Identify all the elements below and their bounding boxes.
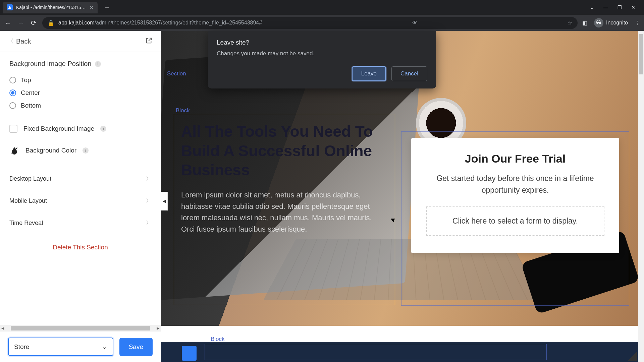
time-reveal-row[interactable]: Time Reveal 〉: [9, 212, 151, 234]
reload-icon[interactable]: ⟳: [30, 19, 38, 27]
tab-title: Kajabi - /admin/themes/215315…: [16, 5, 86, 10]
mobile-layout-label: Mobile Layout: [9, 197, 47, 204]
preview-vertical-scrollbar[interactable]: [638, 31, 644, 362]
dialog-title: Leave site?: [217, 39, 427, 46]
radio-bottom-label: Bottom: [21, 102, 41, 109]
hero-text-block[interactable]: All The Tools You Need To Build A Succes…: [181, 122, 382, 235]
new-tab-button[interactable]: ＋: [104, 3, 110, 12]
leave-site-dialog: Leave site? Changes you made may not be …: [208, 31, 436, 88]
form-card-title: Join Our Free Trial: [426, 152, 604, 165]
radio-center-label: Center: [21, 89, 40, 97]
block-tag-left[interactable]: Block: [176, 107, 190, 114]
save-button[interactable]: Save: [119, 338, 153, 356]
mobile-layout-row[interactable]: Mobile Layout 〉: [9, 190, 151, 212]
tab-search-icon[interactable]: ⌄: [590, 5, 594, 10]
scroll-right-icon[interactable]: ▶: [155, 326, 161, 330]
footer-block-outline[interactable]: [205, 344, 547, 360]
no-color-icon: [9, 145, 19, 156]
scroll-left-icon[interactable]: ◀: [0, 326, 5, 330]
back-label: Back: [16, 38, 31, 45]
forward-nav-icon: →: [17, 19, 25, 27]
radio-icon: [9, 102, 16, 109]
form-card[interactable]: Join Our Free Trial Get started today be…: [411, 138, 619, 253]
kebab-menu-icon[interactable]: ⋮: [635, 20, 640, 26]
kajabi-favicon: [7, 4, 13, 10]
desktop-layout-label: Desktop Layout: [9, 175, 51, 182]
info-icon[interactable]: i: [100, 126, 106, 132]
close-window-icon[interactable]: ✕: [631, 5, 635, 10]
url-path: /admin/themes/2153158267/settings/edit?t…: [95, 20, 262, 25]
incognito-icon: 🕶: [594, 18, 603, 27]
section-tag[interactable]: Section: [167, 70, 186, 77]
scrollbar-thumb[interactable]: [11, 326, 150, 330]
address-bar[interactable]: 🔒 app.kajabi.com/admin/themes/2153158267…: [42, 17, 578, 29]
desktop-layout-row[interactable]: Desktop Layout 〉: [9, 168, 151, 190]
radio-icon: [9, 77, 16, 83]
form-placeholder[interactable]: Click here to select a form to display.: [426, 206, 604, 236]
scrollbar-thumb[interactable]: [639, 34, 643, 74]
radio-top-label: Top: [21, 76, 31, 84]
leave-button[interactable]: Leave: [352, 66, 386, 81]
panel-icon[interactable]: ◧: [582, 20, 587, 26]
bg-color-row[interactable]: Background Color i: [9, 142, 151, 165]
page-select-value: Store: [14, 343, 29, 351]
open-external-icon[interactable]: [145, 37, 153, 46]
close-tab-icon[interactable]: ✕: [89, 4, 94, 11]
checkbox-icon: [9, 125, 17, 133]
radio-bottom[interactable]: Bottom: [9, 99, 151, 112]
lock-icon: 🔒: [48, 20, 54, 26]
incognito-badge[interactable]: 🕶 Incognito: [594, 18, 628, 27]
incognito-label: Incognito: [606, 20, 628, 26]
page-select[interactable]: Store ⌄: [8, 338, 113, 356]
radio-center[interactable]: Center: [9, 86, 151, 99]
delete-section-link[interactable]: Delete This Section: [9, 234, 151, 260]
footer-logo: [182, 346, 197, 361]
settings-sidebar: 〈 Back Background Image Position i Top C…: [0, 31, 161, 362]
block-tag-footer[interactable]: Block: [211, 336, 225, 343]
bookmark-star-icon[interactable]: ☆: [568, 20, 572, 26]
resize-handle-icon[interactable]: [626, 350, 637, 361]
chevron-right-icon: 〉: [146, 175, 151, 182]
bg-position-heading: Background Image Position i: [9, 60, 151, 68]
chevron-right-icon: 〉: [146, 197, 151, 204]
info-icon[interactable]: i: [95, 61, 101, 67]
chevron-down-icon: ⌄: [102, 343, 107, 351]
form-card-body: Get started today before this once in a …: [426, 173, 604, 196]
chevron-left-icon: 〈: [8, 38, 13, 45]
time-reveal-label: Time Reveal: [9, 220, 43, 227]
cancel-button[interactable]: Cancel: [391, 66, 427, 81]
url-domain: app.kajabi.com: [58, 20, 95, 25]
fixed-bg-label: Fixed Background Image: [23, 125, 94, 132]
sidebar-horizontal-scrollbar[interactable]: ◀ ▶: [0, 325, 161, 331]
hero-body: Lorem ipsum dolor sit amet, metus at rho…: [181, 189, 382, 235]
footer-section[interactable]: Block: [161, 342, 638, 362]
collapse-sidebar-handle[interactable]: ◀: [161, 192, 168, 210]
dialog-message: Changes you made may not be saved.: [217, 50, 427, 57]
bg-color-label: Background Color: [25, 147, 76, 154]
minimize-icon[interactable]: ―: [603, 5, 608, 10]
radio-top[interactable]: Top: [9, 74, 151, 86]
fixed-bg-checkbox-row[interactable]: Fixed Background Image i: [9, 121, 151, 136]
chevron-right-icon: 〉: [146, 220, 151, 227]
eye-off-icon[interactable]: 👁: [412, 20, 418, 26]
back-link[interactable]: 〈 Back: [8, 38, 31, 45]
info-icon[interactable]: i: [83, 147, 89, 154]
browser-tab[interactable]: Kajabi - /admin/themes/215315… ✕: [3, 2, 98, 13]
hero-heading: All The Tools You Need To Build A Succes…: [181, 122, 382, 180]
radio-icon: [9, 89, 16, 96]
back-nav-icon[interactable]: ←: [4, 19, 12, 27]
maximize-icon[interactable]: ❐: [618, 5, 622, 10]
